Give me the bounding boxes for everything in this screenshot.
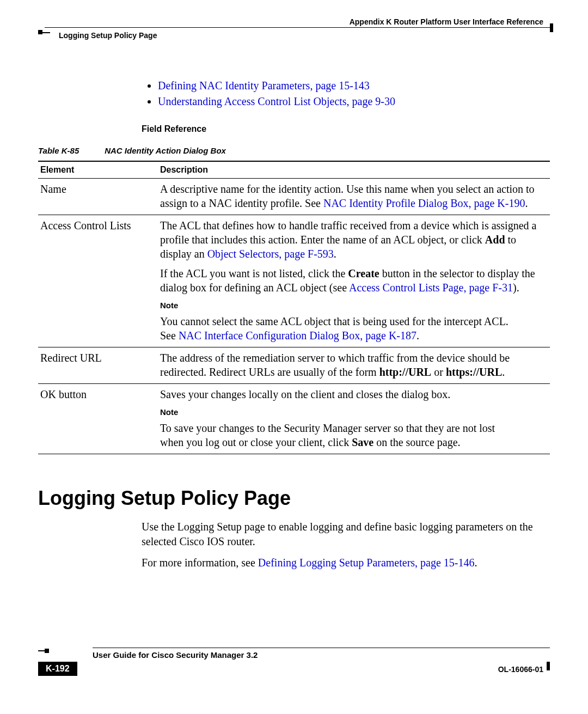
text-bold: Add <box>485 234 505 246</box>
note-body: To save your changes to the Security Man… <box>160 421 516 449</box>
link-acl-page[interactable]: Access Control Lists Page, page F-31 <box>349 282 513 294</box>
text: The ACL that defines how to handle traff… <box>160 219 536 246</box>
cell-description: A descriptive name for the identity acti… <box>158 179 550 215</box>
footer-rule <box>93 648 550 648</box>
cell-description: The ACL that defines how to handle traff… <box>158 215 550 347</box>
cell-element: Name <box>38 179 158 215</box>
cell-element: OK button <box>38 384 158 454</box>
link-nac-interface-config-dialog[interactable]: NAC Interface Configuration Dialog Box, … <box>179 329 416 341</box>
col-header-description: Description <box>158 161 550 179</box>
text: . <box>502 366 505 378</box>
document-id: OL-16066-01 <box>498 665 543 674</box>
text: For more information, see <box>142 557 258 569</box>
page-number-badge: K-192 <box>38 662 77 676</box>
text: . <box>525 197 528 209</box>
link-nac-identity-profile-dialog[interactable]: NAC Identity Profile Dialog Box, page K-… <box>323 197 525 209</box>
header-rule-marker <box>38 30 50 40</box>
table-row: Access Control Lists The ACL that define… <box>38 215 550 347</box>
note-block: Note You cannot select the same ACL obje… <box>160 300 548 343</box>
col-header-element: Element <box>38 161 158 179</box>
note-block: Note To save your changes to the Securit… <box>160 407 548 449</box>
list-item: Defining NAC Identity Parameters, page 1… <box>158 80 550 92</box>
cell-element: Access Control Lists <box>38 215 158 347</box>
text-bold: http://URL <box>379 366 432 378</box>
text: If the ACL you want is not listed, click… <box>160 267 348 279</box>
reference-table: Element Description Name A descriptive n… <box>38 161 550 454</box>
table-caption: Table K-85 NAC Identity Action Dialog Bo… <box>38 146 550 155</box>
link-defining-logging-setup[interactable]: Defining Logging Setup Parameters, page … <box>258 557 475 569</box>
link-understanding-acl-objects[interactable]: Understanding Access Control List Object… <box>158 95 395 107</box>
table-row: OK button Saves your changes locally on … <box>38 384 550 454</box>
footer-guide-title: User Guide for Cisco Security Manager 3.… <box>93 650 550 660</box>
text: or <box>431 366 446 378</box>
paragraph: Saves your changes locally on the client… <box>160 387 548 401</box>
link-object-selectors[interactable]: Object Selectors, page F-593 <box>207 248 334 260</box>
table-row: Redirect URL The address of the remediat… <box>38 347 550 384</box>
link-defining-nac-identity[interactable]: Defining NAC Identity Parameters, page 1… <box>158 80 370 91</box>
table-title: NAC Identity Action Dialog Box <box>105 146 226 155</box>
paragraph: For more information, see Defining Loggi… <box>142 556 550 570</box>
cell-element: Redirect URL <box>38 347 158 384</box>
note-body: You cannot select the same ACL object th… <box>160 314 516 343</box>
text: ). <box>513 282 519 294</box>
list-item: Understanding Access Control List Object… <box>158 95 550 108</box>
cell-description: The address of the remediation server to… <box>158 347 550 384</box>
header-rule <box>45 27 550 28</box>
paragraph: If the ACL you want is not listed, click… <box>160 266 548 295</box>
text-bold: https://URL <box>446 366 502 378</box>
footer-rule-end <box>547 662 550 670</box>
cell-description: Saves your changes locally on the client… <box>158 384 550 454</box>
table-number: Table K-85 <box>38 146 102 155</box>
note-label: Note <box>160 300 189 311</box>
text: . <box>416 329 419 341</box>
text: on the source page. <box>373 436 460 448</box>
text-bold: Create <box>348 267 379 279</box>
text: . <box>475 557 477 569</box>
running-header-right: Appendix K Router Platform User Interfac… <box>350 17 543 26</box>
paragraph: The ACL that defines how to handle traff… <box>160 218 548 261</box>
field-reference-heading: Field Reference <box>142 124 550 134</box>
text: . <box>334 248 336 260</box>
related-links-list: Defining NAC Identity Parameters, page 1… <box>158 80 550 108</box>
section-heading: Logging Setup Policy Page <box>38 487 550 510</box>
table-row: Name A descriptive name for the identity… <box>38 179 550 215</box>
running-header-left: Logging Setup Policy Page <box>59 31 157 40</box>
note-label: Note <box>160 407 189 418</box>
paragraph: Use the Logging Setup page to enable log… <box>142 520 550 549</box>
text-bold: Save <box>352 436 373 448</box>
